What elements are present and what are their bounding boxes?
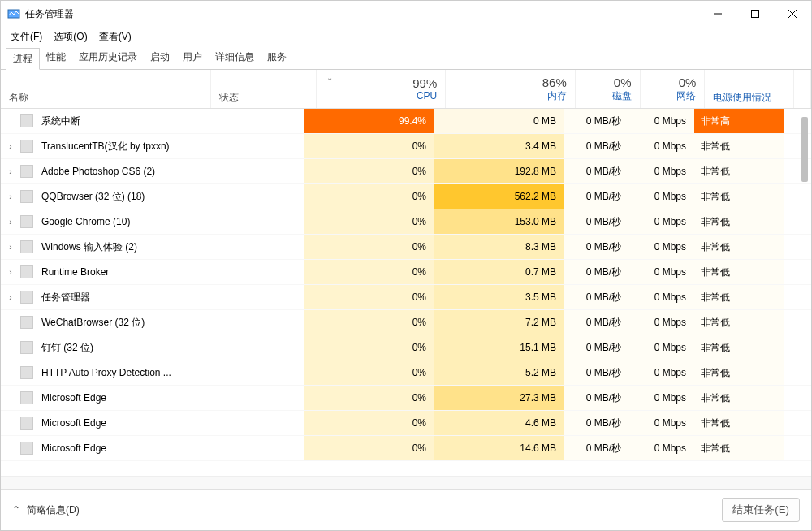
col-mem[interactable]: 86% 内存 [446, 70, 576, 108]
expand-toggle[interactable]: › [1, 167, 20, 176]
power-cell: 非常低 [694, 436, 784, 460]
table-row[interactable]: ›Windows 输入体验 (2)0%8.3 MB0 MB/秒0 Mbps非常低 [1, 235, 811, 260]
col-power[interactable]: 电源使用情况 [705, 70, 794, 108]
expand-toggle[interactable]: › [1, 243, 20, 252]
mem-cell: 0 MB [434, 109, 564, 133]
process-name: Microsoft Edge [41, 442, 106, 454]
disk-cell: 0 MB/秒 [564, 285, 629, 309]
mem-cell: 15.1 MB [434, 335, 564, 360]
process-icon [20, 291, 33, 304]
process-name: TranslucentTB(汉化 by tpxxn) [41, 140, 170, 153]
col-mem-label: 内存 [547, 89, 567, 103]
end-task-button[interactable]: 结束任务(E) [722, 498, 800, 522]
mem-cell: 0.7 MB [434, 260, 564, 284]
mem-cell: 8.3 MB [434, 235, 564, 259]
table-row[interactable]: ›Adobe Photoshop CS6 (2)0%192.8 MB0 MB/秒… [1, 159, 811, 184]
menu-view[interactable]: 查看(V) [99, 30, 132, 44]
process-name-cell: Runtime Broker [20, 266, 304, 278]
process-icon [20, 266, 33, 278]
process-name-cell: Google Chrome (10) [20, 215, 304, 228]
footer: ⌃ 简略信息(D) 结束任务(E) [1, 489, 811, 530]
col-disk[interactable]: 0% 磁盘 [576, 70, 641, 108]
col-status[interactable]: 状态 [211, 70, 317, 108]
close-button[interactable] [774, 1, 811, 27]
process-name-cell: 钉钉 (32 位) [20, 341, 304, 355]
disk-cell: 0 MB/秒 [564, 184, 629, 209]
vertical-scrollbar[interactable] [800, 109, 810, 476]
col-net[interactable]: 0% 网络 [641, 70, 706, 108]
table-row[interactable]: ›TranslucentTB(汉化 by tpxxn)0%3.4 MB0 MB/… [1, 134, 811, 159]
process-name-cell: TranslucentTB(汉化 by tpxxn) [20, 140, 304, 153]
col-cpu[interactable]: ⌄ 99% CPU [317, 70, 447, 108]
power-cell: 非常低 [694, 235, 784, 259]
table-row[interactable]: ›QQBrowser (32 位) (18)0%562.2 MB0 MB/秒0 … [1, 184, 811, 209]
table-row[interactable]: ›Google Chrome (10)0%153.0 MB0 MB/秒0 Mbp… [1, 209, 811, 235]
chevron-up-icon: ⌃ [12, 504, 20, 516]
cpu-cell: 0% [304, 235, 434, 259]
app-icon [7, 7, 20, 20]
process-name-cell: 任务管理器 [20, 291, 304, 304]
process-name-cell: Microsoft Edge [20, 442, 304, 455]
tab-details[interactable]: 详细信息 [209, 47, 261, 69]
power-cell: 非常低 [694, 260, 784, 284]
col-cpu-pct: 99% [412, 76, 437, 90]
net-cell: 0 Mbps [629, 411, 694, 435]
tabbar: 进程 性能 应用历史记录 启动 用户 详细信息 服务 [1, 47, 811, 70]
net-cell: 0 Mbps [629, 134, 694, 158]
horizontal-scrollbar[interactable] [1, 476, 811, 489]
scrollbar-thumb[interactable] [801, 117, 808, 182]
expand-toggle[interactable]: › [1, 293, 20, 302]
process-icon [20, 140, 33, 153]
net-cell: 0 Mbps [629, 310, 694, 335]
expand-toggle[interactable]: › [1, 142, 20, 151]
tab-users[interactable]: 用户 [176, 47, 209, 69]
process-icon [20, 391, 33, 404]
disk-cell: 0 MB/秒 [564, 436, 629, 460]
table-row[interactable]: ›Runtime Broker0%0.7 MB0 MB/秒0 Mbps非常低 [1, 260, 811, 285]
mem-cell: 3.4 MB [434, 134, 564, 158]
power-cell: 非常低 [694, 134, 784, 158]
table-row[interactable]: WeChatBrowser (32 位)0%7.2 MB0 MB/秒0 Mbps… [1, 310, 811, 335]
tab-performance[interactable]: 性能 [40, 47, 72, 69]
table-row[interactable]: ›任务管理器0%3.5 MB0 MB/秒0 Mbps非常低 [1, 285, 811, 310]
process-name: QQBrowser (32 位) (18) [41, 190, 145, 204]
power-cell: 非常低 [694, 360, 784, 385]
table-row[interactable]: HTTP Auto Proxy Detection ...0%5.2 MB0 M… [1, 360, 811, 386]
tab-startup[interactable]: 启动 [144, 47, 176, 69]
process-name: 任务管理器 [41, 291, 90, 304]
tab-processes[interactable]: 进程 [6, 48, 40, 70]
menu-options[interactable]: 选项(O) [54, 30, 87, 44]
table-row[interactable]: Microsoft Edge0%4.6 MB0 MB/秒0 Mbps非常低 [1, 411, 811, 436]
column-header-row: 名称 状态 ⌄ 99% CPU 86% 内存 0% 磁盘 0% 网络 电源使用情… [1, 70, 811, 109]
table-row[interactable]: 钉钉 (32 位)0%15.1 MB0 MB/秒0 Mbps非常低 [1, 335, 811, 360]
table-row[interactable]: Microsoft Edge0%27.3 MB0 MB/秒0 Mbps非常低 [1, 386, 811, 411]
net-cell: 0 Mbps [629, 436, 694, 460]
process-icon [20, 190, 33, 203]
maximize-button[interactable] [736, 1, 774, 27]
process-name: 钉钉 (32 位) [41, 341, 93, 355]
mem-cell: 562.2 MB [434, 184, 564, 209]
sort-chevron-icon: ⌄ [326, 73, 333, 82]
tab-app-history[interactable]: 应用历史记录 [72, 47, 144, 69]
col-name[interactable]: 名称 [1, 70, 211, 108]
process-icon [20, 215, 33, 228]
process-icon [20, 442, 33, 455]
disk-cell: 0 MB/秒 [564, 134, 629, 158]
minimize-button[interactable] [699, 1, 736, 27]
col-net-label: 网络 [676, 89, 696, 103]
expand-toggle[interactable]: › [1, 268, 20, 277]
expand-toggle[interactable]: › [1, 192, 20, 201]
process-name-cell: Microsoft Edge [20, 417, 304, 430]
process-icon [20, 341, 33, 354]
table-row[interactable]: 系统中断99.4%0 MB0 MB/秒0 Mbps非常高 [1, 109, 811, 134]
expand-toggle[interactable]: › [1, 218, 20, 227]
fewer-details-toggle[interactable]: ⌃ 简略信息(D) [12, 503, 80, 517]
tab-services[interactable]: 服务 [261, 47, 293, 69]
process-name: Microsoft Edge [41, 417, 106, 429]
menu-file[interactable]: 文件(F) [11, 30, 42, 44]
process-name-cell: WeChatBrowser (32 位) [20, 316, 304, 330]
power-cell: 非常低 [694, 209, 784, 234]
table-row[interactable]: Microsoft Edge0%14.6 MB0 MB/秒0 Mbps非常低 [1, 436, 811, 461]
mem-cell: 153.0 MB [434, 209, 564, 234]
cpu-cell: 0% [304, 335, 434, 360]
